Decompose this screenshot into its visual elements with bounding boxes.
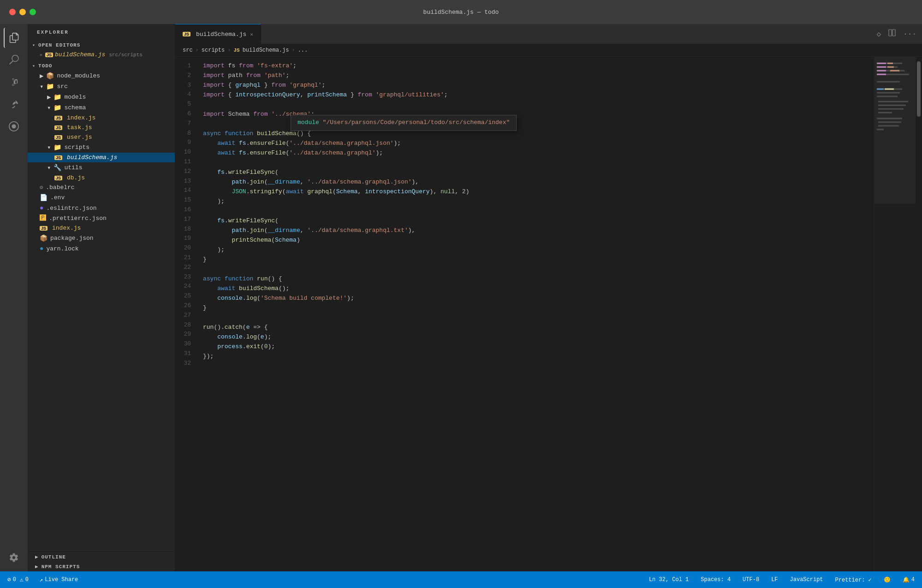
scrollbar[interactable]	[916, 57, 922, 571]
outline-header[interactable]: ▶ OUTLINE	[28, 552, 175, 562]
svg-rect-0	[889, 30, 892, 36]
source-control-toolbar-icon[interactable]: ◇	[875, 28, 883, 41]
open-editor-path: src/scripts	[109, 52, 143, 58]
hover-popup-path: "/Users/parsons/Code/personal/todo/src/s…	[323, 119, 510, 126]
status-emoji[interactable]: 🙂	[881, 576, 893, 584]
activity-bar	[0, 24, 28, 571]
status-live-share[interactable]: ↗ Live Share	[37, 576, 81, 584]
sidebar-item-schema[interactable]: ▾ 📁 schema	[28, 102, 175, 113]
utils-icon: 🔧	[54, 164, 61, 172]
status-notifications[interactable]: 🔔 4	[900, 576, 917, 584]
open-editors-header[interactable]: ▾ OPEN EDITORS	[28, 41, 175, 50]
sidebar-item-babelrc[interactable]: ⚙ .babelrc	[28, 183, 175, 192]
breadcrumb-sep-1: ›	[196, 47, 199, 53]
scrollbar-thumb[interactable]	[917, 61, 921, 117]
code-line-2: import path from 'path';	[203, 71, 874, 81]
breadcrumb-scripts[interactable]: scripts	[202, 47, 225, 53]
code-line-30: process.exit(0);	[203, 342, 874, 352]
js-badge-buildschema: JS	[54, 155, 62, 160]
tabs-bar: JS buildSchema.js ✕ ◇ ···	[175, 24, 922, 44]
breadcrumb-src[interactable]: src	[183, 47, 193, 53]
folder-icon: ▶	[40, 72, 43, 80]
hover-popup: module "/Users/parsons/Code/personal/tod…	[291, 115, 517, 131]
src-chevron: ▾	[40, 83, 43, 90]
tab-buildschema[interactable]: JS buildSchema.js ✕	[175, 24, 261, 44]
sidebar-item-yarnlock[interactable]: ● yarn.lock	[28, 244, 175, 254]
scripts-chevron: ▾	[47, 143, 51, 151]
sidebar-item-prettierrc[interactable]: 🅿 .prettierrc.json	[28, 213, 175, 223]
activity-explorer[interactable]	[4, 28, 24, 48]
code-line-3: import { graphql } from 'graphql';	[203, 81, 874, 90]
window-title: buildSchema.js — todo	[423, 9, 499, 16]
env-label: .env	[50, 194, 170, 201]
status-left: ⊘ 0 ⚠ 0 ↗ Live Share	[5, 575, 81, 584]
index-label: index.js	[52, 225, 170, 232]
activity-remote[interactable]	[4, 116, 24, 137]
status-encoding[interactable]: UTF-8	[740, 576, 762, 584]
sidebar-item-env[interactable]: 📄 .env	[28, 192, 175, 203]
code-line-32	[203, 362, 874, 371]
eslintrc-label: .eslintrc.json	[46, 205, 170, 212]
sidebar-item-schema-task[interactable]: JS task.js	[28, 123, 175, 132]
activity-extensions[interactable]	[4, 94, 24, 114]
status-cursor[interactable]: Ln 32, Col 1	[646, 576, 691, 584]
status-prettier[interactable]: Prettier: ✓	[833, 576, 874, 584]
split-editor-icon[interactable]	[886, 27, 898, 41]
outline-label: OUTLINE	[42, 554, 66, 560]
sidebar-item-scripts[interactable]: ▾ 📁 scripts	[28, 142, 175, 153]
editor-area: JS buildSchema.js ✕ ◇ ··· src › scripts …	[175, 24, 922, 571]
outline-chevron: ▶	[35, 554, 39, 560]
sidebar-item-utils[interactable]: ▾ 🔧 utils	[28, 162, 175, 173]
npm-scripts-label: NPM SCRIPTS	[42, 564, 80, 570]
sidebar-item-models[interactable]: ▶ 📁 models	[28, 92, 175, 102]
status-line-ending[interactable]: LF	[768, 576, 780, 584]
sidebar-item-buildschema[interactable]: JS buildSchema.js	[28, 153, 175, 162]
more-actions-icon[interactable]: ···	[901, 28, 918, 40]
sidebar-item-schema-index[interactable]: JS index.js	[28, 113, 175, 123]
minimize-button[interactable]	[19, 9, 26, 15]
scripts-icon: 📁	[54, 143, 61, 151]
sidebar-item-index[interactable]: JS index.js	[28, 223, 175, 233]
sidebar-item-packagejson[interactable]: 📦 package.json	[28, 233, 175, 244]
schema-chevron: ▾	[47, 104, 51, 112]
close-editor-icon[interactable]: ✕	[40, 52, 42, 58]
cursor-position: Ln 32, Col 1	[649, 576, 689, 583]
code-line-22	[203, 265, 874, 274]
activity-source-control[interactable]	[4, 72, 24, 92]
babelrc-icon: ⚙	[40, 184, 43, 191]
tab-js-badge: JS	[183, 32, 190, 36]
status-language[interactable]: JavaScript	[787, 576, 826, 584]
models-label: models	[64, 94, 170, 101]
close-button[interactable]	[9, 9, 16, 15]
npm-scripts-header[interactable]: ▶ NPM SCRIPTS	[28, 562, 175, 571]
schema-label: schema	[64, 104, 170, 111]
tab-close-icon[interactable]: ✕	[250, 31, 253, 37]
sidebar-item-node-modules[interactable]: ▶ 📦 node_modules	[28, 71, 175, 81]
breadcrumb-more[interactable]: ...	[298, 47, 308, 53]
activity-settings[interactable]	[4, 547, 24, 568]
buildschema-label: buildSchema.js	[67, 154, 170, 161]
sidebar-item-db[interactable]: JS db.js	[28, 173, 175, 183]
todo-header[interactable]: ▾ TODO	[28, 61, 175, 71]
status-spaces[interactable]: Spaces: 4	[698, 576, 733, 584]
utils-label: utils	[64, 164, 170, 171]
code-line-20: );	[203, 245, 874, 255]
babelrc-label: .babelrc	[46, 184, 170, 191]
scripts-label: scripts	[64, 144, 170, 151]
node-modules-label: node_modules	[57, 72, 170, 79]
packagejson-label: package.json	[50, 235, 170, 242]
activity-search[interactable]	[4, 50, 24, 70]
status-errors[interactable]: ⊘ 0 ⚠ 0	[5, 575, 31, 584]
sidebar-item-src[interactable]: ▾ 📁 src	[28, 81, 175, 92]
sidebar: Explorer ▾ OPEN EDITORS ✕ JS buildSchema…	[28, 24, 175, 571]
sidebar-item-schema-user[interactable]: JS user.js	[28, 132, 175, 142]
svg-rect-23	[887, 66, 894, 68]
maximize-button[interactable]	[30, 9, 36, 15]
yarnlock-label: yarn.lock	[46, 245, 170, 252]
breadcrumb-file[interactable]: buildSchema.js	[243, 47, 289, 53]
code-area[interactable]: import fs from 'fs-extra'; import path f…	[198, 57, 874, 571]
open-editor-item[interactable]: ✕ JS buildSchema.js src/scripts	[28, 50, 175, 59]
sidebar-item-eslintrc[interactable]: ● .eslintrc.json	[28, 203, 175, 213]
yarnlock-icon: ●	[40, 245, 43, 252]
editor-content: 1234 5678 9101112 13141516 17181920 2122…	[175, 57, 922, 571]
